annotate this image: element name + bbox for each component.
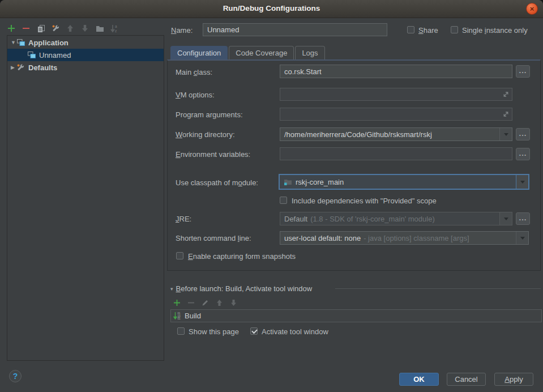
task-row-build[interactable]: 011001 Build	[171, 310, 541, 322]
plus-icon	[173, 299, 181, 306]
window-title: Run/Debug Configurations	[0, 4, 543, 12]
task-label: Build	[185, 312, 201, 320]
show-this-page-label[interactable]: Show this page	[189, 327, 239, 336]
tab-code-coverage[interactable]: Code Coverage	[229, 46, 294, 59]
vm-options-input[interactable]	[280, 88, 512, 101]
remove-configuration-button[interactable]	[22, 24, 31, 33]
tab-logs[interactable]: Logs	[295, 46, 324, 59]
tree-item-unnamed[interactable]: Unnamed	[7, 49, 164, 61]
new-folder-button[interactable]	[95, 24, 104, 33]
add-configuration-button[interactable]	[7, 24, 16, 33]
close-button[interactable]: ×	[526, 3, 538, 15]
arrow-down-icon	[230, 299, 237, 306]
move-task-down-button[interactable]	[229, 299, 237, 306]
include-provided-checkbox[interactable]	[280, 197, 287, 204]
environment-variables-browse-button[interactable]: ...	[516, 148, 530, 160]
main-class-input[interactable]: co.rsk.Start	[280, 65, 512, 78]
move-down-button[interactable]	[80, 24, 89, 33]
dropdown-arrow-icon[interactable]	[499, 128, 512, 140]
include-provided-label[interactable]: Include dependencies with "Provided" sco…	[292, 197, 437, 205]
ok-button[interactable]: OK	[399, 373, 439, 386]
module-combobox[interactable]: rskj-core_main	[279, 174, 529, 190]
program-arguments-input[interactable]	[280, 108, 512, 121]
program-arguments-label: Program arguments:	[176, 110, 243, 119]
svg-text:z: z	[115, 28, 117, 32]
single-instance-checkbox[interactable]	[451, 26, 458, 33]
expand-field-icon[interactable]	[502, 91, 510, 98]
remove-task-button[interactable]	[187, 299, 195, 306]
sort-configurations-button[interactable]: az	[110, 24, 119, 33]
tree-item-application[interactable]: ▼ Application	[7, 36, 164, 49]
module-icon	[284, 178, 292, 186]
application-icon	[27, 51, 36, 59]
activate-tool-window-label[interactable]: Activate tool window	[262, 327, 328, 336]
dropdown-arrow-icon[interactable]	[516, 175, 528, 189]
tree-item-label: Application	[28, 39, 69, 47]
add-task-button[interactable]	[173, 299, 181, 306]
environment-variables-input[interactable]	[280, 147, 512, 160]
before-launch-header[interactable]: ▾ Before launch: Build, Activate tool wi…	[170, 284, 312, 293]
activate-tool-window-checkbox[interactable]	[250, 327, 258, 335]
chevron-expanded-icon[interactable]: ▼	[11, 40, 16, 45]
configurations-toolbar: az	[7, 23, 119, 34]
main-class-label: Main class:	[176, 68, 212, 76]
dropdown-arrow-icon[interactable]	[516, 232, 528, 244]
shorten-command-line-combobox[interactable]: user-local default: none - java [options…	[280, 231, 529, 245]
dropdown-arrow-icon[interactable]	[499, 212, 512, 225]
environment-variables-label: Environment variables:	[176, 150, 250, 159]
help-button[interactable]: ?	[9, 370, 22, 382]
show-this-page-checkbox[interactable]	[177, 327, 185, 335]
working-directory-browse-button[interactable]: ...	[516, 128, 530, 140]
form-snapshots-checkbox[interactable]	[176, 252, 183, 259]
expand-field-icon[interactable]	[502, 110, 510, 118]
working-directory-combobox[interactable]: /home/meriherrera/Code/Github/rsksmart/r…	[280, 127, 512, 141]
module-classpath-label: Use classpath of module:	[176, 178, 258, 187]
vm-options-label: VM options:	[176, 91, 215, 99]
close-icon: ×	[530, 5, 535, 13]
chevron-expanded-icon: ▾	[170, 286, 173, 292]
working-directory-label: Working directory:	[176, 130, 235, 139]
shorten-command-line-label: Shorten command line:	[176, 234, 251, 242]
edit-task-button[interactable]	[201, 299, 209, 306]
copy-icon	[37, 24, 45, 33]
pencil-icon	[202, 299, 209, 306]
share-label[interactable]: Share	[418, 26, 438, 35]
wrench-icon	[52, 24, 60, 33]
configurations-tree: ▼ Application Unnamed ▶ Defaults	[7, 35, 164, 361]
wrench-icon	[16, 63, 25, 71]
cancel-button[interactable]: Cancel	[447, 373, 486, 386]
sort-alpha-icon: az	[110, 24, 119, 33]
question-mark-icon: ?	[13, 372, 18, 381]
tree-item-defaults[interactable]: ▶ Defaults	[7, 61, 164, 74]
minus-icon	[187, 299, 195, 306]
single-instance-label[interactable]: Single instance only	[462, 26, 528, 35]
minus-icon	[22, 24, 30, 32]
tab-strip: Configuration Code Coverage Logs	[170, 45, 326, 59]
tab-configuration[interactable]: Configuration	[170, 46, 228, 59]
folder-icon	[96, 25, 104, 32]
jre-combobox[interactable]: Default (1.8 - SDK of 'rskj-core_main' m…	[280, 212, 512, 225]
svg-text:a: a	[115, 24, 117, 28]
share-checkbox[interactable]	[407, 26, 414, 33]
svg-text:01: 01	[178, 317, 181, 320]
jre-browse-button[interactable]: ...	[516, 212, 530, 225]
run-debug-configurations-dialog: Run/Debug Configurations × az ▼ Applicat…	[0, 0, 543, 392]
apply-button[interactable]: Apply	[494, 373, 533, 386]
arrow-down-icon	[81, 24, 89, 32]
edit-defaults-button[interactable]	[51, 24, 60, 33]
name-input[interactable]: Unnamed	[203, 23, 387, 36]
jre-label: JRE:	[176, 215, 191, 223]
before-launch-task-list: 011001 Build	[170, 309, 542, 322]
move-up-button[interactable]	[66, 24, 75, 33]
before-launch-toolbar	[173, 299, 237, 306]
before-launch-title: Before launch: Build, Activate tool wind…	[176, 284, 313, 293]
form-snapshots-label[interactable]: Enable capturing form snapshots	[188, 252, 296, 261]
before-launch-separator	[335, 288, 541, 289]
titlebar[interactable]: Run/Debug Configurations ×	[0, 0, 543, 18]
move-task-up-button[interactable]	[215, 299, 223, 306]
plus-icon	[7, 24, 15, 32]
arrow-up-icon	[216, 299, 223, 306]
copy-configuration-button[interactable]	[36, 24, 45, 33]
main-class-browse-button[interactable]: ...	[516, 65, 530, 78]
chevron-collapsed-icon[interactable]: ▶	[11, 65, 16, 70]
